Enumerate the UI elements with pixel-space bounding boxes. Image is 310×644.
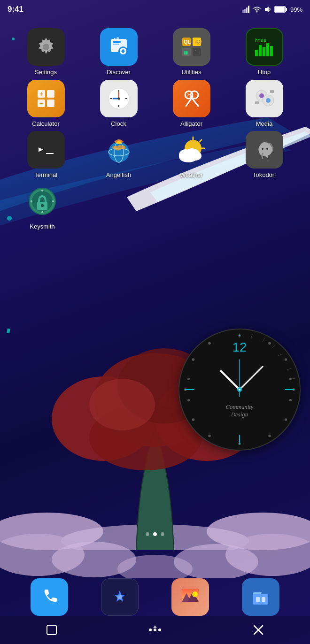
app-row-3: ▶ Terminal Ange xyxy=(9,131,301,179)
page-dot-1[interactable] xyxy=(146,532,149,536)
app-weather[interactable]: Weather xyxy=(163,131,220,179)
media-icon-wrap xyxy=(246,80,283,117)
analog-clock-face: 12 Community Design xyxy=(178,329,301,451)
svg-point-110 xyxy=(285,359,287,360)
svg-marker-15 xyxy=(244,9,246,13)
tokodon-icon-wrap xyxy=(246,131,283,169)
svg-point-131 xyxy=(239,389,240,391)
nav-back-button[interactable] xyxy=(42,621,61,639)
keysmith-icon-wrap xyxy=(23,183,61,220)
svg-marker-16 xyxy=(246,8,248,13)
svg-line-80 xyxy=(200,140,202,142)
svg-point-87 xyxy=(266,148,268,150)
svg-rect-41 xyxy=(259,45,262,56)
dock xyxy=(0,578,310,616)
terminal-icon-wrap: ▶ xyxy=(27,131,65,169)
svg-point-117 xyxy=(188,399,190,401)
svg-point-95 xyxy=(52,200,54,202)
svg-point-138 xyxy=(192,591,198,597)
alligator-label: Alligator xyxy=(180,120,202,128)
svg-point-108 xyxy=(185,389,186,391)
svg-rect-20 xyxy=(275,7,285,12)
discover-label: Discover xyxy=(107,69,131,76)
svg-rect-48 xyxy=(47,90,54,98)
nav-close-button[interactable] xyxy=(249,621,268,639)
app-terminal[interactable]: ▶ Terminal xyxy=(18,131,74,179)
app-row-2: + − Calculator xyxy=(9,80,301,128)
alligator-icon-wrap: ✂ xyxy=(173,80,210,117)
svg-point-86 xyxy=(262,148,264,150)
svg-point-91 xyxy=(41,204,44,207)
app-utilities[interactable]: QL 😊 ▦ ⬛ Utilities xyxy=(163,28,220,76)
svg-point-105 xyxy=(239,335,240,337)
dock-phone[interactable] xyxy=(31,578,68,616)
svg-point-8 xyxy=(89,379,155,430)
svg-rect-140 xyxy=(262,597,265,602)
svg-rect-141 xyxy=(47,625,56,635)
svg-point-112 xyxy=(289,399,291,401)
svg-rect-25 xyxy=(113,41,121,43)
svg-text:▦: ▦ xyxy=(184,50,188,55)
status-time: 9:41 xyxy=(8,5,23,14)
wifi-icon xyxy=(253,6,261,13)
svg-marker-17 xyxy=(248,6,249,13)
weather-label: Weather xyxy=(180,171,203,179)
app-keysmith[interactable]: Keysmith xyxy=(14,183,70,230)
svg-point-85 xyxy=(190,151,202,161)
angelfish-label: Angelfish xyxy=(106,171,131,179)
bottom-nav xyxy=(0,616,310,644)
svg-rect-31 xyxy=(116,37,119,40)
svg-point-114 xyxy=(269,435,271,437)
svg-point-133 xyxy=(117,595,122,599)
svg-point-115 xyxy=(209,435,210,437)
svg-point-69 xyxy=(266,98,271,103)
svg-text:+: + xyxy=(39,90,43,98)
discover-icon-wrap xyxy=(100,28,138,66)
dock-gallery[interactable] xyxy=(171,578,209,616)
svg-point-118 xyxy=(188,378,190,380)
page-dots xyxy=(0,532,310,536)
clock-icon-wrap xyxy=(100,80,138,117)
svg-point-113 xyxy=(285,419,287,421)
app-alligator[interactable]: ✂ Alligator xyxy=(163,80,220,128)
app-row-4: Keysmith xyxy=(9,183,301,230)
app-media[interactable]: Media xyxy=(236,80,293,128)
svg-rect-71 xyxy=(270,90,274,93)
svg-text:htop: htop xyxy=(255,38,266,43)
htop-label: Htop xyxy=(258,69,271,76)
terminal-label: Terminal xyxy=(34,171,57,179)
dock-files[interactable] xyxy=(242,578,279,616)
dock-star[interactable] xyxy=(101,578,139,616)
svg-rect-30 xyxy=(114,38,116,40)
status-bar: 9:41 99% xyxy=(0,0,310,19)
svg-point-106 xyxy=(293,389,294,391)
utilities-label: Utilities xyxy=(182,69,202,76)
nav-home-button[interactable] xyxy=(146,621,164,639)
svg-text:−: − xyxy=(39,100,43,107)
page-dot-2[interactable] xyxy=(153,532,157,536)
svg-rect-43 xyxy=(266,43,269,56)
angelfish-icon-wrap xyxy=(100,131,138,169)
svg-point-143 xyxy=(154,629,156,631)
app-angelfish[interactable]: Angelfish xyxy=(91,131,147,179)
calculator-icon-wrap: + − xyxy=(27,80,65,117)
svg-marker-145 xyxy=(153,625,157,628)
svg-point-120 xyxy=(209,343,210,345)
clock-svg: 12 Community Design xyxy=(179,329,300,451)
app-discover[interactable]: Discover xyxy=(91,28,147,76)
app-settings[interactable]: Settings xyxy=(18,28,74,76)
keysmith-label: Keysmith xyxy=(30,223,54,230)
app-calculator[interactable]: + − Calculator xyxy=(18,80,74,128)
svg-rect-44 xyxy=(270,46,273,56)
svg-text:😊: 😊 xyxy=(194,38,202,46)
svg-point-60 xyxy=(117,97,120,100)
app-clock[interactable]: Clock xyxy=(91,80,147,128)
svg-rect-40 xyxy=(255,50,258,56)
app-tokodon[interactable]: Tokodon xyxy=(236,131,293,179)
page-dot-3[interactable] xyxy=(161,532,164,536)
app-htop[interactable]: htop Htop xyxy=(236,28,293,76)
htop-icon-wrap: htop xyxy=(246,28,283,66)
signal-icon xyxy=(242,6,250,13)
svg-point-142 xyxy=(149,629,152,631)
svg-text:Community: Community xyxy=(225,404,253,410)
